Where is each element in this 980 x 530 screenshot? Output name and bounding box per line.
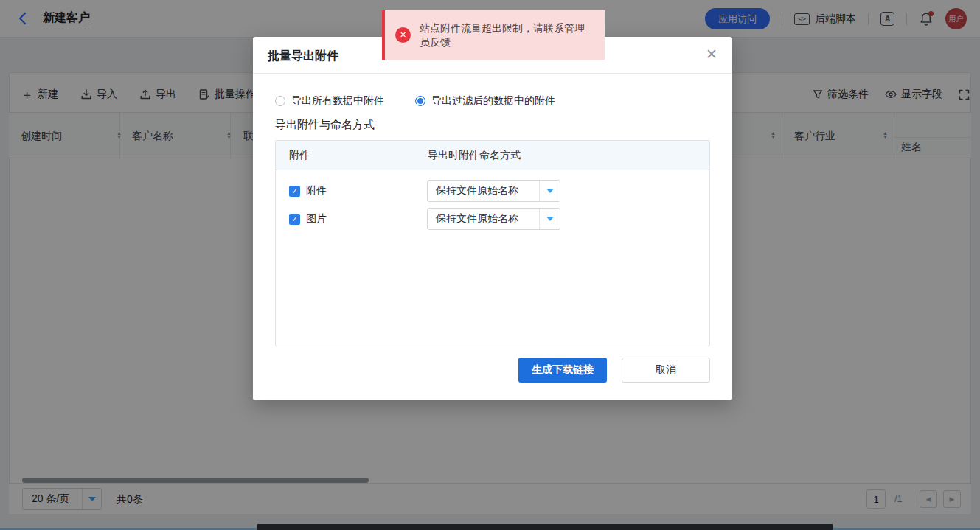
radio-export-all[interactable]: 导出所有数据中附件 bbox=[275, 94, 384, 108]
radio-export-filtered[interactable]: 导出过滤后的数据中的附件 bbox=[415, 94, 555, 108]
checkbox-image[interactable]: ✓ bbox=[289, 214, 300, 225]
generate-download-link-button[interactable]: 生成下载链接 bbox=[518, 358, 607, 383]
modal-title: 批量导出附件 bbox=[268, 49, 338, 64]
column-naming: 导出时附件命名方式 bbox=[428, 149, 521, 162]
export-scope-radios: 导出所有数据中附件 导出过滤后的数据中的附件 bbox=[275, 94, 555, 108]
radio-selected-icon bbox=[415, 96, 425, 106]
checkbox-attachment[interactable]: ✓ bbox=[289, 186, 300, 197]
error-icon: ✕ bbox=[395, 27, 411, 43]
table-header: 附件 导出时附件命名方式 bbox=[276, 141, 709, 170]
error-toast: ✕ 站点附件流量超出限制，请联系管理员反馈 bbox=[382, 10, 605, 60]
radio-icon bbox=[275, 96, 285, 106]
naming-select-image[interactable]: 保持文件原始名称 bbox=[427, 208, 560, 230]
naming-select-attachment[interactable]: 保持文件原始名称 bbox=[427, 180, 560, 202]
table-row: ✓ 附件 保持文件原始名称 bbox=[276, 180, 709, 202]
chevron-down-icon bbox=[539, 209, 560, 229]
divider bbox=[253, 73, 732, 74]
toast-message: 站点附件流量超出限制，请联系管理员反馈 bbox=[420, 21, 591, 49]
attachment-naming-table: 附件 导出时附件命名方式 ✓ 附件 保持文件原始名称 ✓ 图片 保持文件原始名称 bbox=[275, 140, 710, 346]
close-icon[interactable]: ✕ bbox=[706, 47, 717, 61]
cancel-button[interactable]: 取消 bbox=[622, 358, 710, 383]
column-attachment: 附件 bbox=[289, 149, 310, 162]
table-row: ✓ 图片 保持文件原始名称 bbox=[276, 208, 709, 230]
section-title: 导出附件与命名方式 bbox=[275, 118, 375, 132]
chevron-down-icon bbox=[539, 181, 560, 201]
batch-export-modal: 批量导出附件 ✕ 导出所有数据中附件 导出过滤后的数据中的附件 导出附件与命名方… bbox=[253, 37, 732, 400]
